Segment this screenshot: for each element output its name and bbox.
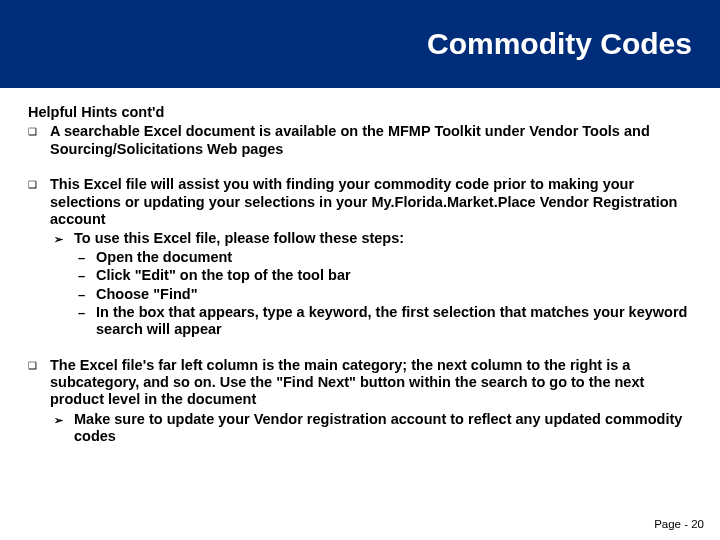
bullet-body: The Excel file's far left column is the …: [50, 357, 692, 446]
dash-bullet-icon: –: [74, 304, 96, 321]
square-bullet-icon: ❑: [28, 357, 50, 372]
square-bullet-icon: ❑: [28, 176, 50, 191]
slide-title: Commodity Codes: [427, 27, 692, 61]
sub-bullet-body: To use this Excel file, please follow th…: [74, 230, 692, 338]
square-bullet-icon: ❑: [28, 123, 50, 138]
step-item: – In the box that appears, type a keywor…: [74, 304, 692, 339]
bullet-text: The Excel file's far left column is the …: [50, 357, 644, 408]
bullet-item: ❑ A searchable Excel document is availab…: [28, 123, 692, 158]
bullet-item: ❑ The Excel file's far left column is th…: [28, 357, 692, 446]
section-heading: Helpful Hints cont'd: [28, 104, 692, 121]
slide-content: Helpful Hints cont'd ❑ A searchable Exce…: [0, 88, 720, 446]
step-item: – Open the document: [74, 249, 692, 266]
step-text: In the box that appears, type a keyword,…: [96, 304, 692, 339]
step-item: – Click "Edit" on the top of the tool ba…: [74, 267, 692, 284]
sub-bullet-text: To use this Excel file, please follow th…: [74, 230, 404, 246]
bullet-body: This Excel file will assist you with fin…: [50, 176, 692, 339]
dash-bullet-icon: –: [74, 249, 96, 266]
page-number: Page - 20: [654, 518, 704, 530]
arrow-bullet-icon: ➢: [50, 411, 74, 427]
dash-bullet-icon: –: [74, 267, 96, 284]
slide-header: Commodity Codes: [0, 0, 720, 88]
dash-bullet-icon: –: [74, 286, 96, 303]
bullet-item: ❑ This Excel file will assist you with f…: [28, 176, 692, 339]
step-item: – Choose "Find": [74, 286, 692, 303]
sub-bullet-text: Make sure to update your Vendor registra…: [74, 411, 692, 446]
bullet-text: A searchable Excel document is available…: [50, 123, 692, 158]
bullet-text: This Excel file will assist you with fin…: [50, 176, 677, 227]
step-text: Click "Edit" on the top of the tool bar: [96, 267, 692, 284]
sub-bullet-item: ➢ Make sure to update your Vendor regist…: [50, 411, 692, 446]
step-text: Open the document: [96, 249, 692, 266]
step-text: Choose "Find": [96, 286, 692, 303]
arrow-bullet-icon: ➢: [50, 230, 74, 246]
sub-bullet-item: ➢ To use this Excel file, please follow …: [50, 230, 692, 338]
